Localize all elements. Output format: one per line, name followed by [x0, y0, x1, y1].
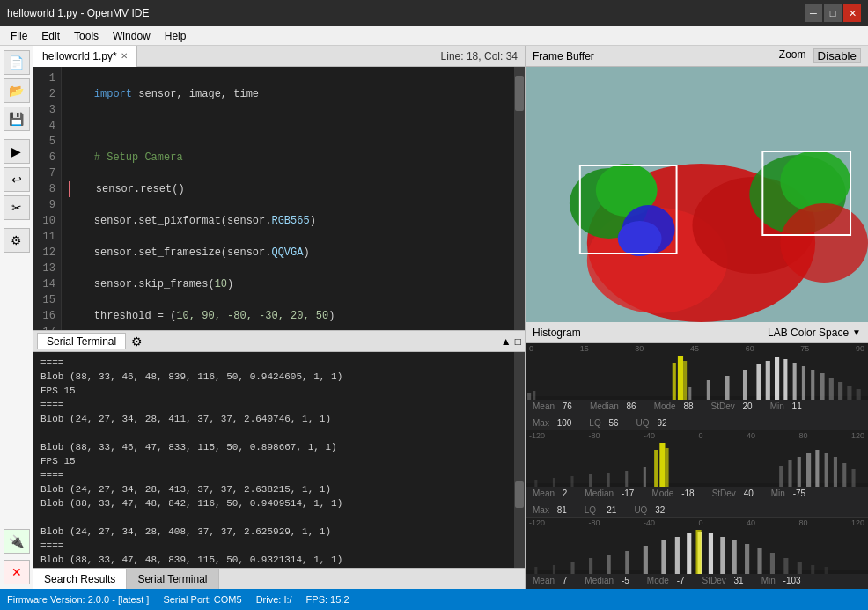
search-results-tab[interactable]: Search Results: [33, 569, 127, 590]
svg-rect-23: [783, 359, 787, 400]
svg-rect-67: [709, 533, 713, 574]
a-stats: Mean 2 Median -17 Mode -18 StDev 40 Min …: [526, 487, 868, 517]
serial-collapse-button[interactable]: ▲: [501, 335, 511, 348]
maximize-button[interactable]: □: [824, 4, 842, 22]
serial-line: Blob (24, 27, 34, 28, 408, 37, 37, 2.625…: [40, 525, 507, 539]
serial-settings-icon[interactable]: ⚙: [131, 334, 143, 349]
svg-rect-24: [793, 363, 797, 400]
serial-tab-bar: Serial Terminal ⚙ ▲ □: [33, 331, 525, 352]
framebuffer-canvas: [526, 67, 868, 322]
svg-rect-15: [533, 391, 535, 400]
svg-rect-49: [553, 478, 555, 487]
bottom-tab-bar: Search Results Serial Terminal: [33, 568, 525, 589]
firmware-version: Firmware Version: 2.0.0 - [latest ]: [7, 594, 149, 605]
code-editor[interactable]: 12345 678910 1112131415 16171819 import …: [33, 67, 525, 330]
settings-button[interactable]: ⚙: [4, 228, 30, 253]
serial-line: FPS 15: [40, 384, 507, 398]
histogram-charts: 0153045607590: [526, 343, 868, 589]
b-axis: -120-80-4004080120: [526, 518, 868, 528]
svg-rect-33: [673, 363, 676, 400]
histogram-a-channel: -120-80-4004080120: [526, 430, 868, 518]
svg-rect-60: [607, 555, 611, 574]
save-file-button[interactable]: 💾: [4, 107, 30, 131]
menu-file[interactable]: File: [4, 28, 34, 44]
right-panel: Frame Buffer Zoom Disable: [525, 46, 868, 589]
debug-button[interactable]: ↩: [4, 167, 30, 192]
svg-rect-56: [534, 567, 537, 574]
svg-rect-54: [644, 467, 646, 487]
new-file-button[interactable]: 📄: [4, 50, 30, 75]
svg-rect-50: [570, 476, 573, 487]
svg-rect-70: [745, 544, 749, 574]
svg-rect-34: [683, 361, 687, 400]
menu-help[interactable]: Help: [158, 28, 194, 44]
svg-rect-14: [527, 393, 531, 400]
svg-point-7: [618, 221, 662, 256]
serial-expand-button[interactable]: □: [515, 335, 521, 348]
code-content[interactable]: import sensor, image, time # Setup Camer…: [62, 67, 514, 330]
close-tab-button[interactable]: ✕: [121, 51, 128, 61]
svg-rect-41: [798, 457, 801, 487]
svg-rect-48: [534, 480, 537, 487]
menu-window[interactable]: Window: [106, 28, 158, 44]
serial-line: Blob (24, 27, 34, 28, 413, 37, 37, 2.638…: [40, 482, 507, 496]
svg-rect-52: [607, 473, 610, 487]
serial-port: Serial Port: COM5: [163, 594, 241, 605]
l-stats: Mean 76 Median 86 Mode 88 StDev 20 Min 1…: [526, 400, 868, 430]
svg-rect-30: [847, 386, 851, 400]
menu-tools[interactable]: Tools: [67, 28, 106, 44]
menu-edit[interactable]: Edit: [34, 28, 67, 44]
svg-rect-32: [678, 356, 683, 400]
a-histogram-chart: [526, 441, 868, 487]
svg-rect-57: [553, 565, 555, 574]
svg-rect-44: [825, 453, 828, 487]
svg-rect-20: [756, 364, 761, 400]
editor-tab[interactable]: helloworld 1.py* ✕: [33, 46, 137, 67]
editor-vscrollbar[interactable]: [514, 67, 525, 330]
svg-rect-36: [659, 443, 665, 487]
svg-rect-68: [720, 537, 725, 574]
svg-rect-43: [815, 450, 819, 487]
serial-terminal-tab[interactable]: Serial Terminal: [37, 333, 126, 349]
connect-button[interactable]: 🔌: [4, 529, 30, 554]
svg-rect-64: [675, 537, 680, 574]
svg-rect-16: [688, 387, 691, 400]
svg-rect-76: [825, 567, 828, 574]
framebuffer-image: [526, 67, 868, 322]
serial-line: Blob (88, 33, 46, 48, 839, 116, 50, 0.94…: [40, 370, 507, 384]
serial-terminal-bottom-tab[interactable]: Serial Terminal: [127, 569, 218, 590]
svg-rect-72: [770, 553, 775, 574]
editor-tab-bar: helloworld 1.py* ✕ Line: 18, Col: 34: [33, 46, 525, 67]
svg-rect-58: [570, 562, 574, 574]
disable-button[interactable]: Disable: [813, 48, 861, 63]
serial-panel: Serial Terminal ⚙ ▲ □ ==== Blob (88, 33,…: [33, 330, 525, 568]
svg-rect-75: [811, 565, 814, 574]
svg-rect-31: [857, 389, 861, 400]
svg-rect-18: [725, 376, 729, 400]
run-button[interactable]: ▶: [4, 139, 30, 164]
svg-rect-29: [838, 382, 842, 400]
svg-rect-38: [665, 448, 668, 487]
color-space-chevron[interactable]: ▼: [852, 327, 861, 337]
minimize-button[interactable]: ─: [805, 4, 822, 22]
serial-line: Blob (24, 27, 34, 28, 411, 37, 37, 2.640…: [40, 412, 507, 426]
scissors-button[interactable]: ✂: [4, 195, 30, 220]
close-button[interactable]: ✕: [843, 4, 861, 22]
svg-rect-39: [779, 466, 783, 487]
svg-rect-63: [661, 540, 666, 574]
menubar: File Edit Tools Window Help: [0, 26, 868, 46]
b-stats: Mean 7 Median -5 Mode -7 StDev 31 Min -1…: [526, 574, 868, 589]
serial-line: [40, 426, 507, 440]
serial-vscrollbar[interactable]: [514, 352, 525, 568]
svg-rect-45: [834, 457, 837, 487]
svg-point-10: [780, 203, 868, 283]
tab-label: helloworld 1.py*: [42, 50, 117, 62]
svg-rect-59: [589, 558, 592, 574]
svg-rect-17: [707, 380, 710, 400]
open-file-button[interactable]: 📂: [4, 78, 30, 103]
svg-rect-19: [743, 370, 747, 400]
svg-rect-21: [766, 361, 770, 400]
stop-button[interactable]: ✕: [4, 560, 30, 584]
color-space-selector[interactable]: LAB Color Space: [768, 327, 849, 339]
svg-rect-25: [802, 366, 805, 400]
